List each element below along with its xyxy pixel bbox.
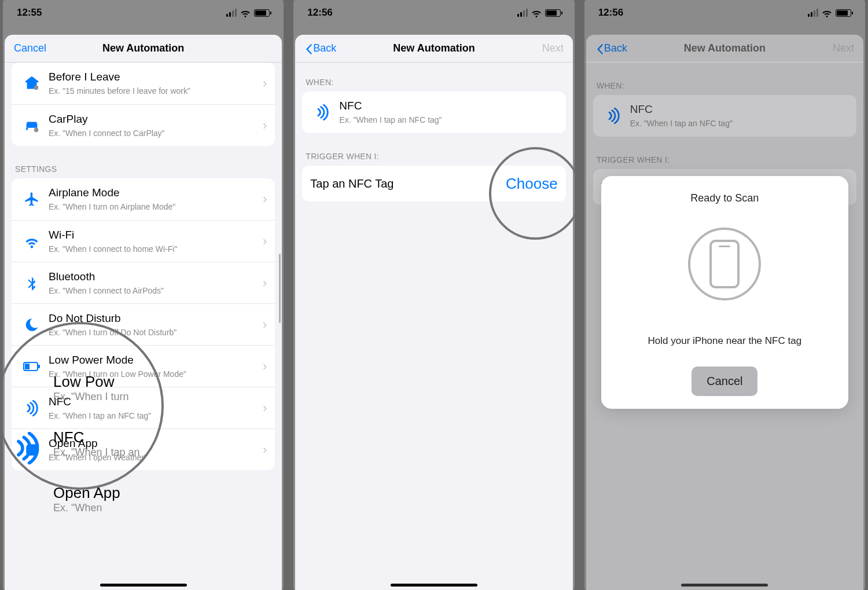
- status-time: 12:56: [307, 7, 332, 19]
- annotation-magnified-content: Low Pow Ex. "When I turn NFC Ex. "When I…: [53, 368, 169, 519]
- content: WHEN: NFC Ex. "When I tap an NFC tag" TR…: [295, 63, 572, 590]
- settings-airplane[interactable]: Airplane Mode Ex. "When I turn on Airpla…: [12, 178, 275, 220]
- nfc-sub: Ex. "When I tap an NFC tag": [630, 119, 848, 129]
- mag-lowpower-sub: Ex. "When I turn: [53, 391, 169, 403]
- sheet-new-automation: Cancel New Automation Before I Leave Ex.…: [5, 35, 282, 590]
- trigger-label: TRIGGER WHEN I:: [306, 152, 562, 161]
- next-button-disabled: Next: [517, 42, 564, 54]
- status-right: [808, 8, 851, 18]
- sheet-new-automation: Back New Automation Next WHEN: NFC Ex. "…: [586, 35, 863, 590]
- next-button-disabled: Next: [808, 42, 854, 54]
- setting-title: Airplane Mode: [49, 186, 258, 200]
- svg-rect-4: [38, 365, 40, 368]
- cellular-signal-icon: [517, 9, 528, 17]
- setting-title: Bluetooth: [49, 270, 258, 284]
- trigger-group: Tap an NFC Tag Choose: [302, 166, 565, 201]
- phone-screen-1: 12:55 Cancel New Automation Before I Lea…: [3, 0, 284, 590]
- trigger-subtitle: Ex. "When I connect to CarPlay": [49, 129, 258, 138]
- trigger-group-location: Before I Leave Ex. "15 minutes before I …: [12, 63, 275, 146]
- mag-open-sub: Ex. "When: [53, 502, 169, 514]
- status-bar: 12:56: [293, 0, 574, 25]
- scan-title: Ready to Scan: [690, 192, 759, 204]
- setting-title: Low Power Mode: [49, 354, 258, 367]
- setting-title: Wi-Fi: [49, 229, 258, 242]
- settings-wifi[interactable]: Wi-Fi Ex. "When I connect to home Wi-Fi"…: [12, 220, 275, 262]
- wifi-icon: [20, 233, 44, 250]
- when-nfc-cell: NFC Ex. "When I tap an NFC tag": [302, 91, 565, 133]
- wifi-icon: [822, 8, 832, 18]
- setting-title: Do Not Disturb: [49, 312, 258, 325]
- nav-title: New Automation: [60, 42, 226, 54]
- airplane-icon: [20, 191, 44, 207]
- when-label: WHEN:: [597, 81, 853, 90]
- chevron-right-icon: ›: [258, 317, 267, 332]
- carplay-icon: [20, 117, 44, 134]
- home-indicator[interactable]: [391, 584, 477, 587]
- trigger-before-i-leave[interactable]: Before I Leave Ex. "15 minutes before I …: [12, 63, 275, 104]
- nfc-title: NFC: [339, 100, 557, 113]
- scan-instruction: Hold your iPhone near the NFC tag: [648, 335, 802, 347]
- nav-bar: Back New Automation Next: [295, 35, 572, 63]
- status-right: [226, 8, 270, 18]
- phone-screen-3: 12:56 Back New Automation Next WHEN: NFC: [584, 0, 865, 590]
- back-label: Back: [313, 42, 336, 54]
- home-indicator[interactable]: [681, 584, 768, 587]
- mag-nfc-sub: Ex. "When I tap an: [53, 446, 169, 459]
- nfc-icon-large: [10, 432, 43, 464]
- settings-bluetooth[interactable]: Bluetooth Ex. "When I connect to AirPods…: [12, 262, 275, 303]
- back-label: Back: [604, 42, 627, 54]
- chevron-right-icon: ›: [258, 442, 267, 457]
- setting-subtitle: Ex. "When I turn on Airplane Mode": [49, 202, 258, 212]
- home-indicator[interactable]: [100, 584, 187, 587]
- nfc-title: NFC: [630, 103, 848, 116]
- status-time: 12:55: [17, 7, 42, 19]
- choose-button[interactable]: Choose: [506, 175, 558, 193]
- trigger-carplay[interactable]: CarPlay Ex. "When I connect to CarPlay" …: [12, 104, 275, 146]
- chevron-right-icon: ›: [258, 76, 267, 91]
- wifi-icon: [240, 8, 251, 18]
- mag-lowpower-title: Low Pow: [53, 373, 169, 391]
- settings-dnd[interactable]: Do Not Disturb Ex. "When I turn off Do N…: [12, 303, 275, 345]
- chevron-left-icon: [595, 43, 603, 55]
- back-button[interactable]: Back: [304, 42, 351, 54]
- svg-point-2: [34, 127, 39, 132]
- nfc-icon: [601, 108, 626, 124]
- scan-cancel-button[interactable]: Cancel: [692, 367, 757, 396]
- nfc-scan-sheet: Ready to Scan Hold your iPhone near the …: [601, 176, 848, 409]
- setting-subtitle: Ex. "When I connect to AirPods": [49, 286, 258, 296]
- status-time: 12:56: [598, 7, 623, 19]
- status-bar: 12:55: [3, 0, 284, 25]
- when-group: NFC Ex. "When I tap an NFC tag": [593, 95, 856, 137]
- phone-screen-2: 12:56 Back New Automation Next WHEN: NFC: [293, 0, 574, 590]
- sheet-new-automation: Back New Automation Next WHEN: NFC Ex. "…: [295, 35, 572, 590]
- nav-title: New Automation: [642, 42, 808, 54]
- trigger-subtitle: Ex. "15 minutes before I leave for work": [49, 86, 258, 96]
- nfc-sub: Ex. "When I tap an NFC tag": [339, 115, 557, 125]
- status-bar: 12:56: [584, 0, 865, 25]
- lowpower-battery-icon: [20, 361, 44, 372]
- trigger-title: Before I Leave: [49, 71, 258, 84]
- trigger-label: TRIGGER WHEN I:: [597, 155, 853, 164]
- scrollbar-indicator: [279, 254, 281, 323]
- chevron-right-icon: ›: [258, 192, 267, 207]
- cellular-signal-icon: [226, 9, 237, 17]
- when-label: WHEN:: [306, 78, 562, 87]
- dnd-moon-icon: [20, 317, 44, 332]
- nav-title: New Automation: [351, 42, 517, 54]
- nfc-icon: [310, 104, 334, 120]
- status-right: [517, 8, 561, 18]
- tap-nfc-cell[interactable]: Tap an NFC Tag Choose: [302, 166, 565, 201]
- settings-header: SETTINGS: [15, 164, 271, 174]
- chevron-left-icon: [304, 43, 312, 55]
- chevron-right-icon: ›: [258, 401, 267, 416]
- when-nfc-cell: NFC Ex. "When I tap an NFC tag": [593, 95, 856, 137]
- battery-icon: [254, 9, 270, 17]
- back-button[interactable]: Back: [595, 42, 642, 54]
- cancel-button[interactable]: Cancel: [14, 42, 60, 54]
- chevron-right-icon: ›: [258, 234, 267, 249]
- chevron-right-icon: ›: [258, 276, 267, 291]
- mag-nfc-title: NFC: [53, 428, 169, 446]
- battery-icon: [545, 9, 561, 17]
- scan-phone-illustration: [688, 228, 761, 301]
- bluetooth-icon: [20, 276, 44, 291]
